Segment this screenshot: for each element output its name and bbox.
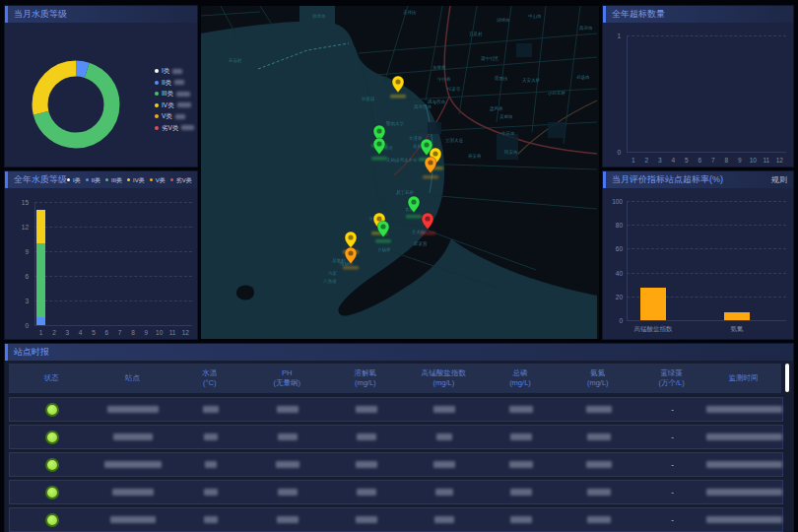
table-cell-监测时间 — [706, 516, 782, 523]
cell-value-redacted — [113, 433, 153, 440]
panel-exceed-count: 全年超标数量 10123456789101112 — [603, 6, 793, 166]
table-cell-PH — [249, 489, 326, 496]
y-tick-label: 1 — [617, 33, 621, 39]
year-stacked-bar-chart: 03691215123456789101112 — [5, 188, 197, 339]
x-tick-label: 8 — [131, 329, 135, 336]
legend-dot — [155, 69, 159, 73]
year-legend-item-IV类[interactable]: IV类 — [127, 177, 145, 183]
column-header-line2: (mg/L) — [587, 378, 609, 388]
y-tick-label: 100 — [612, 198, 623, 205]
table-row[interactable]: - — [9, 480, 783, 504]
legend-value-redacted — [177, 102, 191, 107]
map-label-易丁石桥: 易丁石桥 — [396, 189, 415, 195]
panel-month-grade: 当月水质等级 I类II类III类IV类V类劣V类 — [5, 6, 197, 166]
year-legend-item-I类[interactable]: I类 — [67, 177, 81, 183]
legend-item-I类[interactable]: I类 — [155, 68, 194, 75]
station-map[interactable]: 石庙村渔港路天祥街五星村湖塘路中山路高浪路梁中社区延南街天安大桥机场路小白花桥东… — [201, 6, 599, 339]
table-cell-溶解氧 — [326, 516, 406, 523]
legend-item-III类[interactable]: III类 — [155, 91, 194, 98]
exceed-count-chart: 10123456789101112 — [603, 23, 793, 166]
table-header-row: 状态站点水温(°C)PH(无量纲)溶解氧(mg/L)高锰酸盐指数(mg/L)总磷… — [9, 364, 781, 393]
table-scrollbar-thumb[interactable] — [785, 364, 789, 392]
cell-value-redacted — [510, 516, 532, 523]
table-cell-状态 — [10, 486, 95, 499]
table-row[interactable]: - — [9, 507, 783, 532]
year-legend-item-III类[interactable]: III类 — [105, 177, 122, 183]
table-cell-水温 — [172, 406, 249, 413]
column-header-line1: 水温 — [202, 368, 217, 378]
column-header-高锰酸盐指数: 高锰酸盐指数(mg/L) — [405, 364, 482, 393]
x-axis-line — [627, 152, 786, 153]
table-cell-蓝绿藻: - — [638, 432, 706, 441]
table-row[interactable]: - — [9, 397, 783, 422]
map-label-立国大道: 立国大道 — [445, 138, 464, 143]
table-cell-总磷 — [484, 406, 560, 413]
column-header-总磷: 总磷(mg/L) — [483, 364, 559, 393]
table-cell-蓝绿藻: - — [638, 460, 706, 469]
cell-value-redacted — [104, 461, 162, 468]
year-legend-item-V类[interactable]: V类 — [150, 177, 166, 183]
legend-item-IV类[interactable]: IV类 — [155, 102, 194, 109]
rate-bar-氨氮[interactable] — [724, 312, 750, 320]
donut-chart[interactable] — [4, 22, 148, 166]
x-tick-label: 6 — [698, 157, 701, 164]
table-cell-PH — [249, 461, 326, 468]
table-row[interactable]: - — [9, 452, 783, 477]
table-cell-蓝绿藻: - — [638, 515, 706, 524]
table-cell-PH — [249, 406, 326, 413]
column-header-监测时间: 监测时间 — [705, 364, 781, 393]
table-row[interactable]: - — [9, 425, 783, 449]
legend-label: V类 — [162, 113, 172, 120]
column-header-line1: 站点 — [125, 373, 140, 383]
map-label-惠风桥: 惠风桥 — [489, 106, 503, 111]
table-cell-监测时间 — [706, 406, 782, 413]
cell-value-redacted — [356, 516, 377, 523]
map-canvas[interactable]: 石庙村渔港路天祥街五星村湖塘路中山路高浪路梁中社区延南街天安大桥机场路小白花桥东… — [201, 6, 599, 339]
table-cell-氨氮 — [559, 489, 638, 496]
legend-dot — [155, 81, 159, 85]
legend-item-劣V类[interactable]: 劣V类 — [155, 125, 194, 132]
table-cell-水温 — [172, 489, 249, 496]
table-cell-水温 — [172, 461, 249, 468]
legend-item-II类[interactable]: II类 — [155, 80, 194, 87]
column-header-溶解氧: 溶解氧(mg/L) — [325, 364, 405, 393]
gridline — [627, 201, 786, 202]
x-axis-line — [627, 320, 786, 321]
table-cell-高锰酸盐指数 — [406, 406, 483, 413]
pin-hole — [348, 234, 353, 239]
rate-bar-高锰酸盐指数[interactable] — [640, 288, 666, 320]
legend-label: IV类 — [133, 177, 145, 183]
stacked-bar-segment-II类[interactable] — [36, 317, 45, 325]
map-label-高浪路: 高浪路 — [579, 26, 593, 31]
pin-label-redacted — [343, 266, 359, 270]
table-cell-溶解氧 — [326, 489, 406, 496]
stacked-bar-segment-IV类[interactable] — [36, 210, 45, 242]
legend-dot — [86, 178, 89, 181]
cell-value-redacted — [706, 489, 782, 496]
pin-label-redacted — [390, 95, 406, 99]
year-legend-item-劣V类[interactable]: 劣V类 — [170, 177, 192, 183]
column-header-line2: (°C) — [203, 378, 216, 388]
pin-hole — [376, 216, 381, 221]
legend-value-redacted — [176, 92, 190, 97]
pin-hole — [425, 216, 430, 221]
cell-value-redacted — [587, 489, 611, 496]
table-cell-总磷 — [484, 516, 560, 523]
map-label-华庆路: 华庆路 — [501, 131, 515, 136]
cell-value-redacted — [510, 489, 532, 496]
column-header-line1: 氨氮 — [590, 368, 605, 378]
x-tick-label: 1 — [632, 157, 635, 164]
rules-link[interactable]: 规则 — [771, 174, 787, 185]
legend-value-redacted — [172, 69, 182, 74]
column-header-line1: 总磷 — [512, 368, 527, 378]
stacked-bar-segment-III类[interactable] — [36, 243, 45, 317]
column-header-line1: 高锰酸盐指数 — [422, 368, 466, 378]
panel-year-grade-title: 全年水质等级 I类II类III类IV类V类劣V类 — [5, 171, 197, 188]
table-cell-状态 — [10, 403, 95, 417]
cell-value-redacted — [107, 406, 159, 413]
panel-title-text: 当月评价指标站点超标率(%) — [612, 173, 723, 186]
legend-item-V类[interactable]: V类 — [155, 113, 194, 120]
gridline — [627, 225, 786, 226]
x-tick-label: 10 — [750, 157, 757, 164]
year-legend-item-II类[interactable]: II类 — [86, 177, 100, 183]
